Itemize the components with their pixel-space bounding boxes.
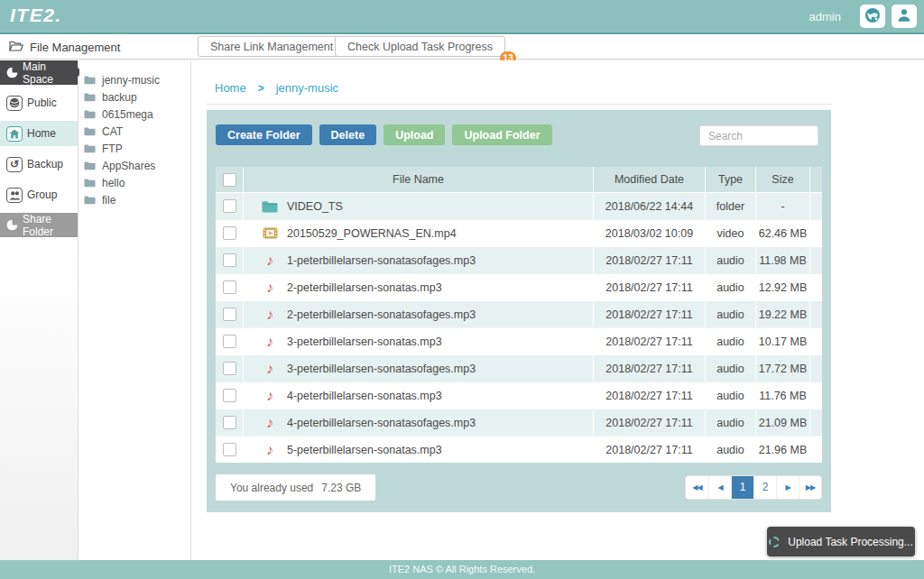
tree-item-0615mega[interactable]: 0615mega: [84, 106, 190, 123]
file-name[interactable]: 2-peterbillelarsen-sonatas.mp3: [287, 281, 442, 294]
row-checkbox[interactable]: [223, 335, 236, 348]
file-type: audio: [705, 355, 755, 381]
table-header: File Name Modified Date Type Size: [216, 167, 822, 192]
table-row[interactable]: VIDEO_TS2018/06/22 14:44folder-: [216, 192, 822, 219]
column-header-size[interactable]: Size: [755, 167, 809, 192]
modified-date: 2018/02/27 17:11: [593, 274, 705, 300]
tree-item-file[interactable]: file: [84, 191, 190, 208]
modified-date: 2018/03/02 10:09: [593, 220, 705, 246]
sidebar-section-main-space[interactable]: Main Space: [0, 60, 78, 85]
create-folder-button[interactable]: Create Folder: [216, 124, 312, 145]
tree-item-label: hello: [102, 177, 125, 189]
file-name[interactable]: 3-peterbillelarsen-sonatas.mp3: [287, 335, 442, 348]
sidebar-section-share-folder[interactable]: Share Folder: [0, 213, 78, 237]
tree-item-hello[interactable]: hello: [84, 174, 190, 191]
search-input[interactable]: [699, 125, 818, 146]
ite2-logo: ITE2.: [10, 5, 62, 26]
row-checkbox[interactable]: [223, 226, 236, 240]
sidebar: Main SpacePublicHome↺BackupGroupShare Fo…: [0, 60, 79, 560]
sidebar-item-backup[interactable]: ↺Backup: [0, 152, 78, 177]
tree-item-appshares[interactable]: AppShares: [84, 157, 190, 174]
row-checkbox[interactable]: [223, 253, 236, 267]
row-checkbox[interactable]: [223, 362, 236, 375]
column-header-type[interactable]: Type: [705, 167, 755, 192]
row-spacer: [809, 301, 822, 327]
modified-date: 2018/06/22 14:44: [593, 193, 705, 219]
select-all-checkbox[interactable]: [223, 173, 236, 187]
folder-icon: [84, 178, 96, 188]
audio-icon: ♪: [262, 253, 278, 268]
page-title-label: File Management: [30, 41, 120, 54]
upload-button[interactable]: Upload: [383, 124, 445, 145]
folder-icon: [84, 143, 96, 153]
page-prev-icon: ◀: [717, 476, 722, 499]
row-checkbox[interactable]: [223, 389, 236, 402]
sidebar-item-public[interactable]: Public: [0, 90, 78, 115]
modified-date: 2018/02/27 17:11: [593, 301, 705, 327]
file-name[interactable]: 1-peterbillelarsen-sonatasofages.mp3: [287, 254, 476, 267]
folder-icon: [84, 92, 96, 102]
row-checkbox[interactable]: [223, 308, 236, 321]
language-button[interactable]: [860, 5, 885, 28]
tree-item-jenny-music[interactable]: jenny-music: [84, 71, 190, 88]
table-row[interactable]: ♪1-peterbillelarsen-sonatasofages.mp3201…: [216, 246, 822, 273]
table-row[interactable]: ♪4-peterbillelarsen-sonatas.mp32018/02/2…: [216, 381, 822, 409]
breadcrumb-current[interactable]: jenny-music: [276, 81, 338, 95]
file-name[interactable]: 20150529_POWERNAS_EN.mp4: [287, 227, 457, 240]
breadcrumb-home[interactable]: Home: [215, 81, 246, 95]
tree-item-backup[interactable]: backup: [84, 88, 190, 106]
file-name[interactable]: 2-peterbillelarsen-sonatasofages.mp3: [287, 308, 476, 321]
table-row[interactable]: ♪3-peterbillelarsen-sonatasofages.mp3201…: [216, 354, 822, 381]
table-row[interactable]: ♪2-peterbillelarsen-sonatas.mp32018/02/2…: [216, 273, 822, 300]
file-type: audio: [705, 328, 755, 354]
file-name[interactable]: VIDEO_TS: [287, 200, 343, 213]
page-prev-button[interactable]: ◀: [708, 476, 731, 499]
tree-item-label: CAT: [102, 125, 123, 138]
globe-icon: [6, 96, 23, 111]
file-name[interactable]: 4-peterbillelarsen-sonatas.mp3: [287, 390, 442, 402]
row-checkbox[interactable]: [223, 416, 236, 429]
row-checkbox[interactable]: [223, 199, 236, 213]
column-header-spacer: [809, 167, 822, 192]
sidebar-item-home[interactable]: Home: [0, 121, 78, 146]
upload-task-processing-button[interactable]: Upload Task Processing...: [767, 527, 915, 556]
user-button[interactable]: [892, 5, 917, 28]
user-icon: [896, 7, 912, 26]
table-row[interactable]: ♪3-peterbillelarsen-sonatas.mp32018/02/2…: [216, 327, 822, 354]
tree-item-label: AppShares: [102, 160, 155, 172]
file-name[interactable]: 4-peterbillelarsen-sonatasofages.mp3: [287, 417, 476, 429]
folder-icon: [84, 126, 96, 136]
page-1-button[interactable]: 1: [731, 476, 753, 499]
tree-item-cat[interactable]: CAT: [84, 123, 190, 140]
page-next-button[interactable]: ▶: [776, 476, 799, 499]
table-row[interactable]: ♪2-peterbillelarsen-sonatasofages.mp3201…: [216, 300, 822, 327]
column-header-file-name[interactable]: File Name: [243, 167, 593, 192]
row-spacer: [809, 247, 822, 273]
file-type: audio: [705, 274, 755, 300]
file-name[interactable]: 3-peterbillelarsen-sonatasofages.mp3: [287, 363, 476, 375]
tree-item-ftp[interactable]: FTP: [84, 140, 190, 157]
page-last-button[interactable]: ▶▶: [799, 476, 821, 499]
file-type: audio: [705, 437, 755, 463]
share-link-management-button[interactable]: Share Link Management: [198, 36, 346, 57]
row-checkbox[interactable]: [223, 443, 236, 456]
tree-item-label: backup: [102, 91, 137, 104]
column-header-modified-date[interactable]: Modified Date: [593, 167, 705, 192]
folder-open-icon: [9, 40, 23, 55]
page-2-button[interactable]: 2: [753, 476, 776, 499]
table-row[interactable]: ♪4-peterbillelarsen-sonatasofages.mp3201…: [216, 409, 822, 436]
row-checkbox[interactable]: [223, 280, 236, 294]
upload-folder-button[interactable]: Upload Folder: [452, 124, 551, 145]
sidebar-label: Main Space: [23, 60, 78, 86]
check-upload-task-progress-button[interactable]: Check Upload Task Progress: [335, 36, 505, 57]
upload-task-label: Upload Task Processing...: [788, 536, 913, 548]
file-name[interactable]: 5-peterbillelarsen-sonatas.mp3: [287, 444, 442, 456]
delete-button[interactable]: Delete: [319, 124, 377, 145]
table-row[interactable]: 20150529_POWERNAS_EN.mp42018/03/02 10:09…: [216, 219, 822, 246]
table-row[interactable]: ♪5-peterbillelarsen-sonatas.mp32018/02/2…: [216, 436, 822, 463]
footer-text: ITE2 NAS © All Rights Reserved.: [389, 564, 535, 574]
page-first-button[interactable]: ◀◀: [686, 476, 708, 499]
row-spacer: [809, 274, 822, 300]
sidebar-item-group[interactable]: Group: [0, 182, 78, 207]
globe-icon: [864, 7, 881, 26]
